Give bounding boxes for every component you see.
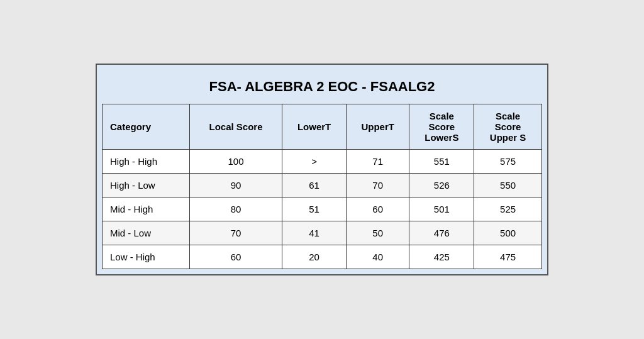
table-row: Mid - Low704150476500 <box>103 221 542 245</box>
lower-t-cell: > <box>282 150 347 174</box>
table-body: High - High100>71551575High - Low9061705… <box>103 150 542 269</box>
scale-lower-cell: 526 <box>409 174 474 197</box>
table-row: Low - High602040425475 <box>103 245 542 269</box>
main-container: FSA- ALGEBRA 2 EOC - FSAALG2 Category Lo… <box>96 64 548 275</box>
table-row: High - High100>71551575 <box>103 150 542 174</box>
upper-t-cell: 50 <box>346 221 409 245</box>
scale-upper-cell: 575 <box>474 150 542 174</box>
upper-t-cell: 70 <box>346 174 409 197</box>
category-cell: High - High <box>103 150 190 174</box>
data-table: Category Local Score LowerT UpperT Scale… <box>102 104 542 269</box>
lower-t-cell: 41 <box>282 221 347 245</box>
col-header-upper-t: UpperT <box>346 104 409 150</box>
col-header-scale-lower: ScaleScoreLowerS <box>409 104 474 150</box>
table-row: Mid - High805160501525 <box>103 197 542 221</box>
col-header-category: Category <box>103 104 190 150</box>
local-score-cell: 70 <box>189 221 282 245</box>
scale-lower-cell: 425 <box>409 245 474 269</box>
lower-t-cell: 51 <box>282 197 347 221</box>
table-row: High - Low906170526550 <box>103 174 542 197</box>
category-cell: High - Low <box>103 174 190 197</box>
col-header-scale-upper: ScaleScoreUpper S <box>474 104 542 150</box>
scale-upper-cell: 500 <box>474 221 542 245</box>
upper-t-cell: 60 <box>346 197 409 221</box>
scale-upper-cell: 525 <box>474 197 542 221</box>
scale-upper-cell: 550 <box>474 174 542 197</box>
scale-lower-cell: 551 <box>409 150 474 174</box>
upper-t-cell: 71 <box>346 150 409 174</box>
local-score-cell: 60 <box>189 245 282 269</box>
category-cell: Low - High <box>103 245 190 269</box>
upper-t-cell: 40 <box>346 245 409 269</box>
scale-lower-cell: 476 <box>409 221 474 245</box>
category-cell: Mid - High <box>103 197 190 221</box>
local-score-cell: 90 <box>189 174 282 197</box>
lower-t-cell: 61 <box>282 174 347 197</box>
table-title: FSA- ALGEBRA 2 EOC - FSAALG2 <box>102 70 542 104</box>
col-header-lower-t: LowerT <box>282 104 347 150</box>
scale-upper-cell: 475 <box>474 245 542 269</box>
local-score-cell: 100 <box>189 150 282 174</box>
col-header-local-score: Local Score <box>189 104 282 150</box>
scale-lower-cell: 501 <box>409 197 474 221</box>
header-row: Category Local Score LowerT UpperT Scale… <box>103 104 542 150</box>
lower-t-cell: 20 <box>282 245 347 269</box>
local-score-cell: 80 <box>189 197 282 221</box>
category-cell: Mid - Low <box>103 221 190 245</box>
